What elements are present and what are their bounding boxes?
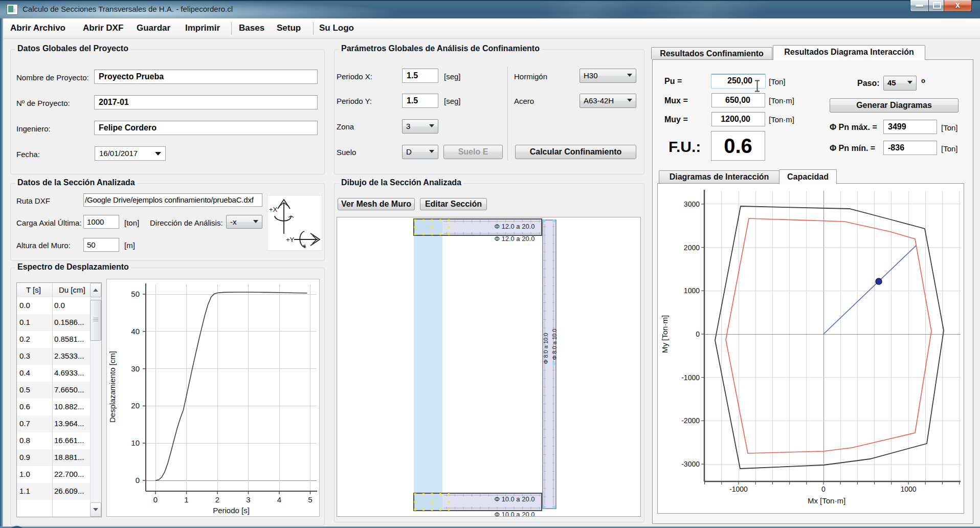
svg-text:4: 4 — [277, 495, 281, 504]
svg-text:Mx [Ton·m]: Mx [Ton·m] — [808, 496, 845, 505]
svg-text:+Y: +Y — [286, 236, 295, 244]
svg-text:-2000: -2000 — [681, 416, 700, 425]
svg-text:20: 20 — [131, 401, 140, 410]
svg-text:1000: 1000 — [900, 485, 916, 493]
svg-text:0: 0 — [136, 476, 140, 485]
svg-text:5: 5 — [308, 495, 312, 504]
svg-text:+X: +X — [269, 206, 278, 213]
svg-text:Φ 12.0 a 20.0: Φ 12.0 a 20.0 — [494, 223, 534, 230]
svg-text:Φ 10.0 a 20.0: Φ 10.0 a 20.0 — [494, 495, 534, 503]
svg-text:Periodo [s]: Periodo [s] — [213, 506, 250, 515]
svg-text:-1000: -1000 — [729, 485, 748, 493]
svg-text:Φ 8.0 a 10.0: Φ 8.0 a 10.0 — [543, 333, 549, 364]
svg-text:Φ 10.0 a 20.0: Φ 10.0 a 20.0 — [494, 511, 534, 516]
svg-text:2000: 2000 — [684, 244, 700, 252]
svg-text:10: 10 — [131, 438, 140, 447]
svg-text:2: 2 — [215, 495, 219, 504]
svg-text:0: 0 — [821, 485, 826, 493]
svg-text:3: 3 — [246, 495, 250, 504]
svg-text:1000: 1000 — [684, 287, 700, 295]
svg-text:Φ 8.0 a 10.0: Φ 8.0 a 10.0 — [551, 329, 558, 360]
svg-text:1: 1 — [184, 495, 188, 504]
svg-text:0: 0 — [153, 495, 158, 504]
svg-text:Desplazamiento [cm]: Desplazamiento [cm] — [108, 351, 117, 423]
svg-text:3000: 3000 — [684, 200, 700, 208]
svg-text:0: 0 — [696, 330, 700, 338]
svg-text:-1000: -1000 — [681, 373, 700, 382]
svg-text:50: 50 — [131, 290, 140, 298]
svg-text:40: 40 — [131, 327, 140, 336]
svg-text:-3000: -3000 — [681, 460, 700, 468]
svg-text:30: 30 — [131, 364, 140, 373]
svg-text:My [Ton·m]: My [Ton·m] — [660, 315, 669, 353]
svg-text:Φ 12.0 a 20.0: Φ 12.0 a 20.0 — [494, 235, 534, 243]
